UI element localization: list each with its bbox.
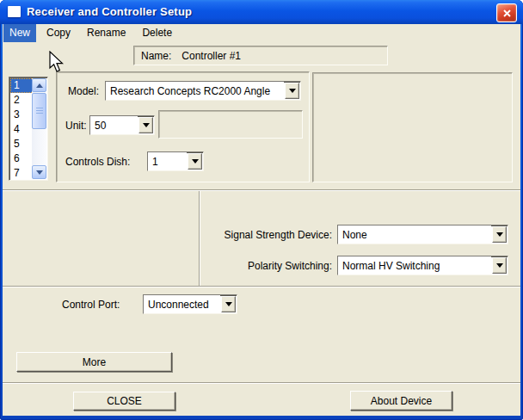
- control-port-label: Control Port:: [62, 299, 120, 311]
- signal-strength-value: None: [338, 225, 491, 244]
- name-panel: Name: Controller #1: [133, 46, 388, 65]
- model-value: Research Concepts RC2000 Angle: [106, 82, 284, 100]
- scrollbar-grip-icon: [36, 108, 43, 114]
- unit-combobox[interactable]: 50: [89, 115, 155, 135]
- scroll-down-button[interactable]: [32, 165, 46, 179]
- dropdown-arrow-icon: [225, 302, 232, 306]
- device-info-panel: [312, 72, 513, 182]
- menubar: New Copy Rename Delete: [3, 24, 520, 42]
- model-combobox[interactable]: Research Concepts RC2000 Angle: [105, 81, 301, 101]
- signal-strength-dropdown-button[interactable]: [492, 226, 507, 243]
- signal-strength-label: Signal Strength Device:: [172, 229, 332, 241]
- controls-dish-dropdown-button[interactable]: [188, 153, 202, 170]
- menu-item-rename[interactable]: Rename: [81, 24, 132, 42]
- divider: [3, 189, 520, 191]
- window-icon: [8, 6, 21, 17]
- receiver-controller-setup-window: Receiver and Controller Setup New Copy R…: [0, 0, 523, 420]
- listbox-scrollbar[interactable]: [32, 78, 46, 179]
- unit-label: Unit:: [65, 120, 87, 132]
- dropdown-arrow-icon: [289, 89, 296, 93]
- dropdown-arrow-icon: [496, 263, 503, 268]
- window-title: Receiver and Controller Setup: [27, 5, 192, 18]
- unit-info-panel: [158, 110, 303, 139]
- signal-strength-combobox[interactable]: None: [337, 225, 508, 244]
- dropdown-arrow-icon: [143, 123, 150, 127]
- dropdown-arrow-icon: [496, 232, 503, 237]
- scrollbar-thumb[interactable]: [32, 93, 46, 129]
- model-label: Model:: [68, 85, 99, 97]
- list-item[interactable]: 2: [10, 93, 34, 108]
- polarity-switching-dropdown-button[interactable]: [492, 257, 507, 274]
- titlebar-close-button[interactable]: [496, 3, 517, 22]
- control-port-combobox[interactable]: Unconnected: [143, 294, 237, 314]
- menu-item-copy[interactable]: Copy: [40, 24, 77, 42]
- scroll-down-icon: [36, 170, 43, 175]
- polarity-switching-combobox[interactable]: Normal HV Switching: [337, 256, 508, 275]
- menu-item-delete[interactable]: Delete: [136, 24, 178, 42]
- controller-list-items: 1 2 3 4 5 6 7: [10, 78, 34, 179]
- controls-dish-label: Controls Dish:: [65, 156, 130, 168]
- titlebar[interactable]: Receiver and Controller Setup: [0, 0, 523, 24]
- control-port-dropdown-button[interactable]: [221, 296, 236, 312]
- controls-dish-value: 1: [148, 152, 187, 170]
- divider: [3, 286, 520, 287]
- more-button[interactable]: More: [16, 352, 172, 372]
- about-device-button[interactable]: About Device: [350, 391, 452, 411]
- list-item[interactable]: 6: [10, 151, 34, 166]
- close-icon: [502, 9, 512, 18]
- unit-dropdown-button[interactable]: [138, 117, 153, 133]
- name-value: Controller #1: [182, 50, 241, 62]
- controls-dish-combobox[interactable]: 1: [147, 151, 204, 171]
- footer-divider: [3, 382, 520, 384]
- model-dropdown-button[interactable]: [285, 83, 299, 99]
- scroll-up-icon: [36, 83, 43, 88]
- menu-item-new[interactable]: New: [3, 24, 36, 42]
- dropdown-arrow-icon: [192, 159, 199, 164]
- name-label: Name:: [141, 50, 171, 62]
- polarity-switching-label: Polarity Switching:: [172, 260, 332, 272]
- scroll-up-button[interactable]: [32, 78, 46, 92]
- unit-value: 50: [90, 116, 138, 134]
- polarity-switching-value: Normal HV Switching: [338, 256, 491, 275]
- device-group-panel: Model: Research Concepts RC2000 Angle Un…: [56, 71, 310, 182]
- control-port-value: Unconnected: [144, 295, 220, 313]
- controller-listbox[interactable]: 1 2 3 4 5 6 7: [9, 77, 48, 181]
- list-item[interactable]: 4: [10, 122, 34, 137]
- list-item[interactable]: 7: [10, 166, 34, 181]
- close-button[interactable]: CLOSE: [73, 392, 175, 411]
- window-body: New Copy Rename Delete Name: Controller …: [3, 24, 520, 416]
- list-item[interactable]: 5: [10, 137, 34, 151]
- list-item[interactable]: 3: [10, 108, 34, 122]
- list-item[interactable]: 1: [10, 78, 34, 93]
